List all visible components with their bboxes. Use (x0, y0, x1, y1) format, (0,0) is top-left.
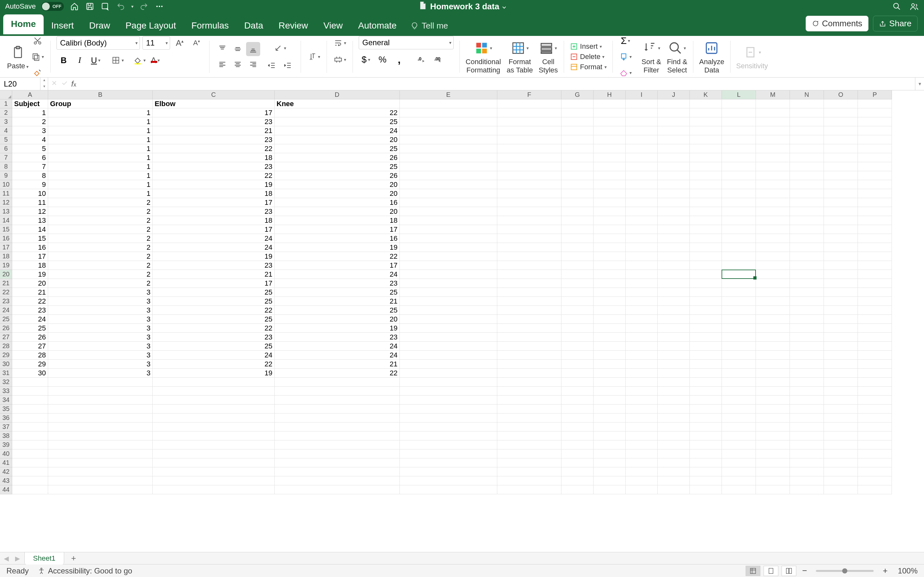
cell-H14[interactable] (594, 216, 626, 225)
cell-B19[interactable]: 2 (48, 261, 153, 270)
cell-E7[interactable] (400, 153, 497, 162)
cell-M27[interactable] (756, 333, 790, 342)
cell-O24[interactable] (824, 306, 858, 315)
cell-M9[interactable] (756, 171, 790, 180)
align-center-icon[interactable] (231, 57, 245, 71)
cell-N9[interactable] (790, 171, 824, 180)
cell-F18[interactable] (497, 252, 561, 261)
col-header-L[interactable]: L (722, 90, 756, 99)
cell-N6[interactable] (790, 144, 824, 153)
cell-M18[interactable] (756, 252, 790, 261)
cell-I5[interactable] (626, 135, 658, 144)
cell-M10[interactable] (756, 180, 790, 189)
comments-button[interactable]: Comments (806, 16, 869, 31)
cell-F40[interactable] (497, 450, 561, 458)
cell-E22[interactable] (400, 288, 497, 297)
cell-J42[interactable] (658, 467, 690, 476)
cell-C3[interactable]: 23 (153, 117, 275, 126)
cell-G42[interactable] (561, 467, 594, 476)
cell-O14[interactable] (824, 216, 858, 225)
cell-E10[interactable] (400, 180, 497, 189)
number-format-combo[interactable]: General▾ (359, 36, 454, 49)
cell-I10[interactable] (626, 180, 658, 189)
col-header-G[interactable]: G (561, 90, 594, 99)
orientation-button[interactable] (273, 41, 287, 55)
name-box[interactable]: L20 ▴▾ (0, 77, 48, 90)
cell-G39[interactable] (561, 440, 594, 450)
cell-O29[interactable] (824, 351, 858, 359)
cell-H2[interactable] (594, 108, 626, 117)
cell-I14[interactable] (626, 216, 658, 225)
cell-B6[interactable]: 1 (48, 144, 153, 153)
tab-data[interactable]: Data (236, 16, 271, 36)
cell-N29[interactable] (790, 351, 824, 359)
cell-P29[interactable] (858, 351, 892, 359)
cell-H11[interactable] (594, 189, 626, 198)
cell-K28[interactable] (690, 342, 722, 351)
cell-M42[interactable] (756, 467, 790, 476)
document-title[interactable]: Homework 3 data (430, 2, 499, 11)
cell-D33[interactable] (275, 387, 400, 396)
cell-M14[interactable] (756, 216, 790, 225)
cell-H35[interactable] (594, 405, 626, 414)
row-header-39[interactable]: 39 (0, 440, 12, 450)
cell-F24[interactable] (497, 306, 561, 315)
cell-K37[interactable] (690, 422, 722, 432)
cell-G15[interactable] (561, 225, 594, 234)
cell-H20[interactable] (594, 270, 626, 279)
cell-J1[interactable] (658, 99, 690, 108)
cell-N1[interactable] (790, 99, 824, 108)
cell-H15[interactable] (594, 225, 626, 234)
tab-automate[interactable]: Automate (351, 16, 404, 36)
cell-E20[interactable] (400, 270, 497, 279)
cell-G29[interactable] (561, 351, 594, 359)
cell-L20[interactable] (722, 270, 756, 279)
cell-G40[interactable] (561, 450, 594, 458)
cell-P13[interactable] (858, 207, 892, 216)
cell-N24[interactable] (790, 306, 824, 315)
sheet-tab[interactable]: Sheet1 (24, 552, 64, 564)
cell-M23[interactable] (756, 297, 790, 306)
cell-I29[interactable] (626, 351, 658, 359)
cell-G13[interactable] (561, 207, 594, 216)
cell-P4[interactable] (858, 126, 892, 135)
cell-N39[interactable] (790, 440, 824, 450)
cell-K12[interactable] (690, 198, 722, 207)
expand-formula-bar[interactable]: ▾ (915, 77, 924, 90)
cell-F17[interactable] (497, 243, 561, 252)
cell-I15[interactable] (626, 225, 658, 234)
cell-F41[interactable] (497, 458, 561, 467)
cell-G43[interactable] (561, 476, 594, 485)
cell-M5[interactable] (756, 135, 790, 144)
cell-O30[interactable] (824, 359, 858, 369)
cell-B16[interactable]: 2 (48, 234, 153, 243)
cell-J36[interactable] (658, 414, 690, 422)
cell-G23[interactable] (561, 297, 594, 306)
paste-label[interactable]: Paste (7, 62, 29, 70)
cell-F19[interactable] (497, 261, 561, 270)
cell-O37[interactable] (824, 422, 858, 432)
text-direction-button[interactable] (307, 50, 321, 64)
cell-E36[interactable] (400, 414, 497, 422)
cell-D4[interactable]: 24 (275, 126, 400, 135)
cell-K42[interactable] (690, 467, 722, 476)
cell-L22[interactable] (722, 288, 756, 297)
cell-K13[interactable] (690, 207, 722, 216)
cell-D19[interactable]: 17 (275, 261, 400, 270)
cell-G22[interactable] (561, 288, 594, 297)
cell-L18[interactable] (722, 252, 756, 261)
cell-K7[interactable] (690, 153, 722, 162)
cell-D26[interactable]: 19 (275, 324, 400, 333)
cell-O36[interactable] (824, 414, 858, 422)
enter-formula-icon[interactable] (61, 79, 68, 89)
cell-A13[interactable]: 12 (12, 207, 48, 216)
cell-E24[interactable] (400, 306, 497, 315)
cell-D28[interactable]: 24 (275, 342, 400, 351)
row-header-25[interactable]: 25 (0, 315, 12, 324)
cell-P22[interactable] (858, 288, 892, 297)
cell-D32[interactable] (275, 378, 400, 387)
cell-D44[interactable] (275, 485, 400, 494)
cell-L7[interactable] (722, 153, 756, 162)
row-header-11[interactable]: 11 (0, 189, 12, 198)
cell-B41[interactable] (48, 458, 153, 467)
